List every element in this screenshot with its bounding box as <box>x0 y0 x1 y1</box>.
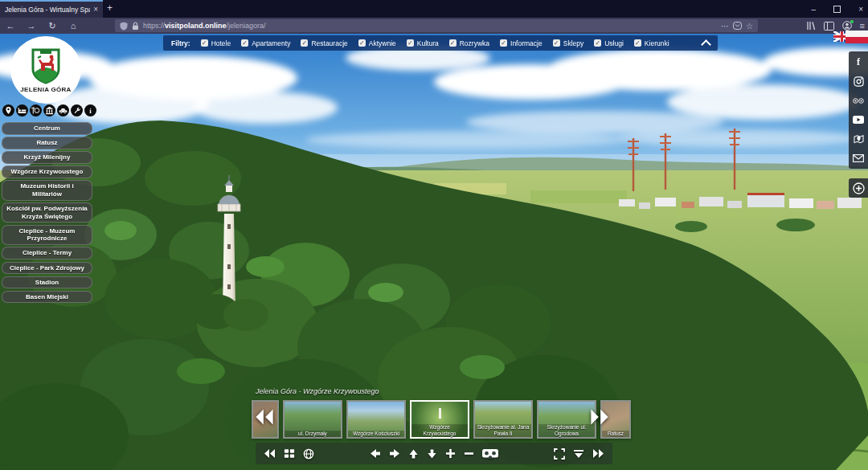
close-button[interactable]: × <box>858 5 863 14</box>
browser-navbar: ← → ↻ ⌂ https://visitpoland.online/jelen… <box>0 18 868 34</box>
tripadvisor-icon[interactable] <box>853 95 864 106</box>
zoom-out-button[interactable] <box>464 448 474 459</box>
filter-rozrywka[interactable]: ✓Rozrywka <box>449 39 489 47</box>
thumbnail-5[interactable]: Skrzyżowanie al. Jana Pawła II <box>473 400 533 439</box>
back-button[interactable]: ← <box>0 21 21 31</box>
filter-hotele[interactable]: ✓Hotele <box>201 39 231 47</box>
carousel-prev-icon[interactable] <box>254 408 275 429</box>
library-icon[interactable] <box>806 21 816 31</box>
language-flag-pl[interactable] <box>845 31 868 43</box>
filter-kultura[interactable]: ✓Kultura <box>407 39 439 47</box>
carousel-next-icon[interactable] <box>589 408 610 429</box>
virtual-tour-viewport: Filtry: ✓Hotele ✓Apartamenty ✓Restauracj… <box>0 34 868 470</box>
culture-icon[interactable] <box>43 104 55 116</box>
browser-titlebar: Jelenia Góra - Wirtualny Spacer × + – × <box>0 0 868 18</box>
tracking-shield-icon[interactable] <box>120 22 128 31</box>
checkbox-icon[interactable]: ✓ <box>553 39 560 47</box>
zoom-in-button[interactable] <box>445 448 456 459</box>
menu-item-cieplice-park[interactable]: Cieplice - Park Zdrojowy <box>2 262 92 275</box>
pan-right-button[interactable] <box>389 448 400 459</box>
thumbnail-2[interactable]: ul. Drzymały <box>283 400 342 439</box>
filter-restauracje[interactable]: ✓Restauracje <box>301 39 347 47</box>
url-text: https://visitpoland.online/jeleniagora/ <box>143 22 717 30</box>
thumbnail-6[interactable]: Skrzyżowanie ul. Ogrodowa <box>537 400 596 439</box>
add-panorama-button[interactable] <box>849 178 868 198</box>
filter-apartamenty[interactable]: ✓Apartamenty <box>241 39 290 47</box>
globe-button[interactable] <box>303 448 314 460</box>
panorama-caption: Jelenia Góra - Wzgórze Krzywoustego <box>256 387 379 395</box>
directions-icon[interactable] <box>2 104 14 116</box>
menu-item-centrum[interactable]: Centrum <box>2 122 92 135</box>
thumbnail-grid-button[interactable] <box>284 448 295 459</box>
forward-button[interactable]: → <box>21 21 42 31</box>
menu-item-krzyz-milenijny[interactable]: Krzyż Milenijny <box>2 151 92 164</box>
menu-item-cieplice-termy[interactable]: Cieplice - Termy <box>2 247 92 260</box>
services-icon[interactable] <box>71 104 83 116</box>
checkbox-icon[interactable]: ✓ <box>201 39 208 47</box>
filter-kierunki[interactable]: ✓Kierunki <box>634 39 669 47</box>
menu-item-muzeum-historii[interactable]: Muzeum Historii i Militariów <box>2 180 92 200</box>
facebook-icon[interactable]: f <box>853 56 864 67</box>
pan-down-button[interactable] <box>427 448 437 460</box>
new-tab-button[interactable]: + <box>107 2 113 14</box>
sidebar-icon[interactable] <box>824 22 834 31</box>
filter-bar: Filtry: ✓Hotele ✓Apartamenty ✓Restauracj… <box>163 35 718 51</box>
category-icon-row: i <box>2 104 96 116</box>
minimize-button[interactable]: – <box>812 5 817 14</box>
thumbnail-3[interactable]: Wzgórze Kościuszki <box>346 400 406 439</box>
vr-mode-button[interactable] <box>482 449 498 459</box>
tab-close-icon[interactable]: × <box>93 6 98 14</box>
hotels-icon[interactable] <box>16 104 28 116</box>
checkbox-icon[interactable]: ✓ <box>500 39 507 47</box>
map-icon[interactable] <box>853 133 864 145</box>
viewer-toolbar <box>256 443 612 464</box>
thumbnail-4-selected[interactable]: Wzgórze Krzywoustego <box>410 400 469 439</box>
menu-item-stadion[interactable]: Stadion <box>2 276 92 289</box>
previous-location-button[interactable] <box>262 448 276 459</box>
checkbox-icon[interactable]: ✓ <box>407 39 414 47</box>
checkbox-icon[interactable]: ✓ <box>594 39 601 47</box>
browser-tab[interactable]: Jelenia Góra - Wirtualny Spacer × <box>0 0 103 18</box>
attractions-icon[interactable] <box>57 104 69 116</box>
url-bar[interactable]: https://visitpoland.online/jeleniagora/ … <box>115 19 758 32</box>
filter-uslugi[interactable]: ✓Usługi <box>594 39 624 47</box>
checkbox-icon[interactable]: ✓ <box>241 39 248 47</box>
checkbox-icon[interactable]: ✓ <box>634 39 641 47</box>
menu-item-wzgorze-krzywoustego[interactable]: Wzgórze Krzywoustego <box>2 166 92 178</box>
home-button[interactable]: ⌂ <box>63 21 84 31</box>
bookmark-star-icon[interactable]: ☆ <box>746 22 753 31</box>
hide-panel-button[interactable] <box>573 449 584 459</box>
next-location-button[interactable] <box>592 448 606 459</box>
pocket-icon[interactable] <box>733 22 742 30</box>
menu-item-kosciol[interactable]: Kościół pw. Podwyższenia Krzyża Świętego <box>2 202 92 223</box>
restaurants-icon[interactable] <box>30 104 42 116</box>
menu-item-cieplice-muzeum[interactable]: Cieplice - Muzeum Przyrodnicze <box>2 225 92 245</box>
menu-icon[interactable]: ≡ <box>860 21 865 31</box>
filter-sklepy[interactable]: ✓Sklepy <box>553 39 584 47</box>
city-logo[interactable]: JELENIA GÓRA <box>10 36 81 104</box>
reload-button[interactable]: ↻ <box>42 21 63 31</box>
lock-icon[interactable] <box>132 22 139 31</box>
youtube-icon[interactable] <box>853 114 864 125</box>
checkbox-icon[interactable]: ✓ <box>449 39 457 47</box>
collapse-filters-icon[interactable] <box>701 39 711 50</box>
pan-left-button[interactable] <box>370 448 381 459</box>
page-actions-icon[interactable]: ⋯ <box>721 22 729 31</box>
menu-item-ratusz[interactable]: Ratusz <box>2 137 92 149</box>
instagram-icon[interactable] <box>853 76 864 87</box>
menu-item-basen-miejski[interactable]: Basen Miejski <box>2 291 92 304</box>
filter-informacje[interactable]: ✓Informacje <box>500 39 542 47</box>
browser-window: Jelenia Góra - Wirtualny Spacer × + – × … <box>0 0 868 470</box>
checkbox-icon[interactable]: ✓ <box>301 39 308 47</box>
fullscreen-button[interactable] <box>554 448 565 460</box>
info-icon[interactable]: i <box>84 104 96 116</box>
checkbox-icon[interactable]: ✓ <box>358 39 366 47</box>
maximize-button[interactable] <box>833 6 841 13</box>
tower-marker <box>439 408 441 419</box>
account-icon[interactable] <box>842 21 852 31</box>
logo-city-name: JELENIA GÓRA <box>20 86 71 93</box>
filter-aktywnie[interactable]: ✓Aktywnie <box>358 39 396 47</box>
pan-up-button[interactable] <box>408 448 419 460</box>
email-icon[interactable] <box>853 153 864 164</box>
tab-title: Jelenia Góra - Wirtualny Spacer <box>5 6 90 14</box>
